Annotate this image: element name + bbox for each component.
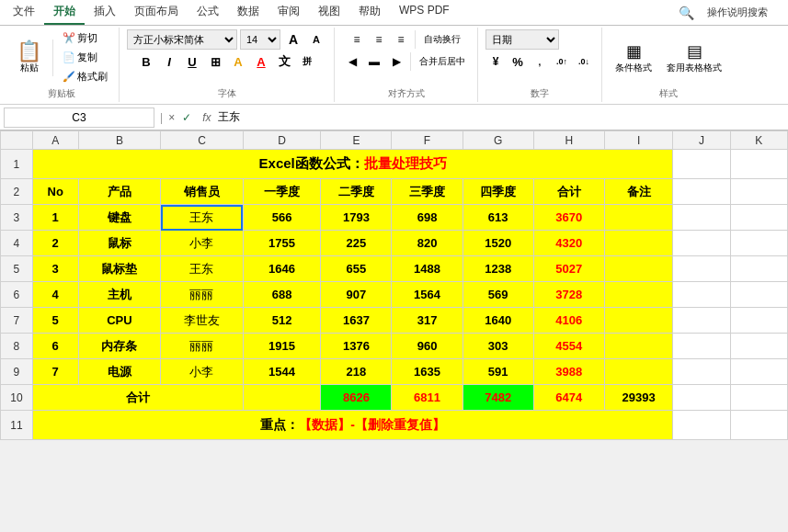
cell-4a[interactable]: 2 <box>32 231 78 256</box>
increase-decimal-button[interactable]: .0↑ <box>552 51 572 72</box>
row-header-6[interactable]: 6 <box>1 282 33 308</box>
cell-5h[interactable]: 5027 <box>533 256 604 282</box>
align-left-button[interactable]: ◀ <box>342 51 362 72</box>
cell-9b[interactable]: 电源 <box>78 359 161 385</box>
cell-10j[interactable] <box>673 385 730 411</box>
cell-3h[interactable]: 3670 <box>533 205 604 231</box>
cell-title[interactable]: Excel函数公式：批量处理技巧 <box>32 150 673 179</box>
cell-4g[interactable]: 1520 <box>463 231 533 256</box>
italic-button[interactable]: I <box>159 51 179 72</box>
cell-7k[interactable] <box>730 308 787 334</box>
cell-6a[interactable]: 4 <box>32 282 78 308</box>
tab-page-layout[interactable]: 页面布局 <box>125 0 188 25</box>
decrease-decimal-button[interactable]: .0↓ <box>574 51 594 72</box>
merge-center-button[interactable]: 合并后居中 <box>415 51 470 72</box>
cell-7h[interactable]: 4106 <box>533 308 604 334</box>
cell-3a[interactable]: 1 <box>32 205 78 231</box>
cell-9c[interactable]: 小李 <box>161 359 244 385</box>
tab-home[interactable]: 开始 <box>44 0 85 25</box>
font-color-button[interactable]: A <box>251 51 271 72</box>
cell-4d[interactable]: 1755 <box>243 231 321 256</box>
border-button[interactable]: ⊞ <box>205 51 225 72</box>
cell-10-merged-label[interactable]: 合计 <box>32 385 243 411</box>
cell-1j[interactable] <box>673 150 730 179</box>
cell-6h[interactable]: 3728 <box>533 282 604 308</box>
cell-6g[interactable]: 569 <box>463 282 533 308</box>
cell-9i[interactable] <box>604 359 673 385</box>
cell-2a[interactable]: No <box>32 179 78 205</box>
col-header-c[interactable]: C <box>161 131 244 150</box>
formula-input[interactable]: 王东 <box>218 108 784 128</box>
tab-search[interactable]: 操作说明搜索 <box>698 2 777 23</box>
cell-9e[interactable]: 218 <box>321 359 392 385</box>
cell-3k[interactable] <box>730 205 787 231</box>
cell-4h[interactable]: 4320 <box>533 231 604 256</box>
cell-8k[interactable] <box>730 334 787 359</box>
cell-5f[interactable]: 1488 <box>392 256 463 282</box>
cell-1k[interactable] <box>730 150 787 179</box>
cell-7f[interactable]: 317 <box>392 308 463 334</box>
tab-help[interactable]: 帮助 <box>349 0 390 25</box>
cell-5b[interactable]: 鼠标垫 <box>78 256 161 282</box>
align-right-button[interactable]: ▶ <box>386 51 406 72</box>
font-name-select[interactable]: 方正小标宋简体 <box>127 29 237 50</box>
number-format-select[interactable]: 日期 <box>485 29 559 50</box>
cell-7a[interactable]: 5 <box>32 308 78 334</box>
cell-8a[interactable]: 6 <box>32 334 78 359</box>
col-header-i[interactable]: I <box>604 131 673 150</box>
cell-3e[interactable]: 1793 <box>321 205 392 231</box>
align-top-center-button[interactable]: ≡ <box>369 29 389 50</box>
tab-insert[interactable]: 插入 <box>85 0 125 25</box>
search-icon[interactable]: 🔍 <box>679 6 694 20</box>
percent-button[interactable]: % <box>508 51 528 72</box>
cell-10k[interactable] <box>730 385 787 411</box>
cell-8c[interactable]: 丽丽 <box>161 334 244 359</box>
cell-6j[interactable] <box>673 282 730 308</box>
cell-8e[interactable]: 1376 <box>321 334 392 359</box>
col-header-e[interactable]: E <box>321 131 392 150</box>
tab-data[interactable]: 数据 <box>228 0 268 25</box>
cell-2j[interactable] <box>673 179 730 205</box>
cell-11k[interactable] <box>730 411 787 440</box>
fill-color-button[interactable]: A <box>228 51 248 72</box>
tab-file[interactable]: 文件 <box>4 0 44 25</box>
cell-9j[interactable] <box>673 359 730 385</box>
row-header-10[interactable]: 10 <box>1 385 33 411</box>
col-header-a[interactable]: A <box>32 131 78 150</box>
cell-4c[interactable]: 小李 <box>161 231 244 256</box>
cell-2h[interactable]: 合计 <box>533 179 604 205</box>
cell-2k[interactable] <box>730 179 787 205</box>
format-button[interactable]: 文 <box>274 51 294 72</box>
cell-2c[interactable]: 销售员 <box>161 179 244 205</box>
tab-wps-pdf[interactable]: WPS PDF <box>390 0 459 25</box>
cell-5i[interactable] <box>604 256 673 282</box>
cell-4e[interactable]: 225 <box>321 231 392 256</box>
cell-9h[interactable]: 3988 <box>533 359 604 385</box>
cell-2i[interactable]: 备注 <box>604 179 673 205</box>
col-header-f[interactable]: F <box>392 131 463 150</box>
cell-11j[interactable] <box>673 411 730 440</box>
cell-3d[interactable]: 566 <box>243 205 321 231</box>
row-header-5[interactable]: 5 <box>1 256 33 282</box>
row-header-9[interactable]: 9 <box>1 359 33 385</box>
cell-7c[interactable]: 李世友 <box>161 308 244 334</box>
cell-bottom-note[interactable]: 重点：【数据】-【删除重复值】 <box>32 411 673 440</box>
cell-8h[interactable]: 4554 <box>533 334 604 359</box>
cell-9f[interactable]: 1635 <box>392 359 463 385</box>
table-style-button[interactable]: ▤ 套用表格格式 <box>661 40 727 76</box>
cell-8i[interactable] <box>604 334 673 359</box>
cell-6b[interactable]: 主机 <box>78 282 161 308</box>
cell-10d[interactable] <box>243 385 321 411</box>
cell-4b[interactable]: 鼠标 <box>78 231 161 256</box>
cell-9g[interactable]: 591 <box>463 359 533 385</box>
wrap-text-button[interactable]: 自动换行 <box>419 29 465 50</box>
cell-10f[interactable]: 6811 <box>392 385 463 411</box>
cell-5d[interactable]: 1646 <box>243 256 321 282</box>
row-header-2[interactable]: 2 <box>1 179 33 205</box>
cell-7b[interactable]: CPU <box>78 308 161 334</box>
cell-6d[interactable]: 688 <box>243 282 321 308</box>
cell-9d[interactable]: 1544 <box>243 359 321 385</box>
cell-7g[interactable]: 1640 <box>463 308 533 334</box>
align-center-button[interactable]: ▬ <box>364 51 384 72</box>
cell-7i[interactable] <box>604 308 673 334</box>
